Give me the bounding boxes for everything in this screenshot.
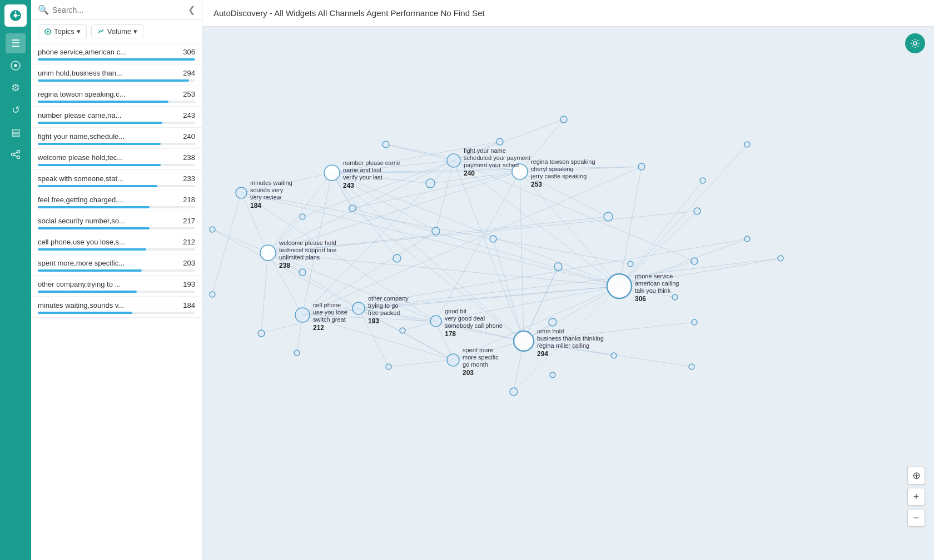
main-header: AutoDiscovery - All Widgets All Channels… [202,0,934,27]
topic-item[interactable]: welcome please hold,tec... 238 [31,149,202,170]
settings-nav-icon[interactable]: ⚙ [6,78,26,98]
graph-node[interactable] [672,294,678,300]
graph-node[interactable] [604,212,613,221]
topic-bar-bg [38,79,195,82]
graph-node[interactable] [432,227,440,235]
graph-node[interactable] [294,350,300,356]
graph-node[interactable] [554,263,562,271]
nav-bar: ☰ ⚙ ↺ ▤ [0,0,31,560]
topic-name: social security number,so... [38,217,125,225]
graph-node[interactable] [692,319,697,325]
topic-count: 294 [183,69,195,77]
locate-button[interactable]: ⊕ [907,467,925,484]
graph-node[interactable]: umm holdbusiness thanks thinkingregina m… [514,328,604,358]
topic-item[interactable]: social security number,so... 217 [31,212,202,233]
graph-node[interactable]: phone serviceamerican callingtalk you th… [607,273,679,303]
topic-bar-bg [38,269,195,272]
svg-text:253: 253 [531,181,542,188]
graph-node[interactable]: regina towson speakingcheryl speakingjer… [512,158,595,188]
topic-item[interactable]: spent more,more specific... 203 [31,254,202,276]
graph-node[interactable] [550,372,555,378]
document-icon[interactable]: ▤ [6,122,26,142]
svg-point-152 [550,372,555,378]
graph-node[interactable] [689,364,694,369]
topic-bar [38,143,161,145]
graph-node[interactable] [638,163,645,170]
graph-area[interactable]: phone serviceamerican callingtalk you th… [202,27,934,560]
graph-node[interactable] [299,269,306,276]
topic-item[interactable]: minutes waiting,sounds v... 184 [31,297,202,318]
svg-text:240: 240 [464,169,475,177]
topic-item[interactable]: number please came,na... 243 [31,107,202,128]
topics-filter-button[interactable]: Topics ▾ [38,24,87,38]
topic-bar [38,206,150,208]
nodes-icon[interactable] [6,144,26,164]
graph-node[interactable] [691,258,698,264]
graph-node[interactable] [694,208,700,214]
topic-count: 203 [183,259,195,267]
svg-point-144 [700,178,706,183]
topics-chevron-icon: ▾ [77,27,81,36]
topic-item[interactable]: feel free,getting charged,... 218 [31,191,202,212]
graph-node[interactable] [300,214,305,219]
graph-node[interactable] [210,227,215,232]
svg-text:243: 243 [343,182,354,189]
topic-name: welcome please hold,tec... [38,153,123,162]
topics-filter-label: Topics [54,27,74,36]
svg-line-19 [520,172,524,341]
topic-count: 212 [183,238,195,246]
graph-node[interactable] [744,142,750,147]
graph-node[interactable] [393,254,401,262]
graph-node[interactable] [490,236,496,242]
settings-button[interactable] [905,33,925,53]
graph-node[interactable] [628,261,633,267]
graph-node[interactable] [258,330,265,337]
graph-node[interactable] [744,236,750,242]
graph-node[interactable] [426,179,435,188]
graph-node[interactable] [549,318,557,326]
graph-node[interactable] [510,388,518,396]
graph-node[interactable] [400,328,405,333]
graph-node[interactable] [386,364,391,369]
insights-icon[interactable] [6,56,26,76]
graph-node[interactable]: cell phoneuse you loseswitch great212 [295,302,347,332]
menu-icon[interactable]: ☰ [6,33,26,53]
svg-line-10 [520,172,619,286]
topic-item[interactable]: other company,trying to ... 193 [31,276,202,297]
graph-node[interactable]: minutes waitingsounds veryvery review184 [236,179,292,209]
collapse-button[interactable]: ❮ [188,4,195,15]
topic-bar-bg [38,248,195,251]
topic-name: minutes waiting,sounds v... [38,301,124,309]
topic-bar [38,164,161,166]
volume-chevron-icon: ▾ [133,27,137,36]
svg-text:178: 178 [445,330,456,338]
volume-filter-button[interactable]: Volume ▾ [91,24,143,38]
graph-node[interactable] [349,205,356,212]
nav-logo[interactable] [4,4,27,27]
topic-item[interactable]: umm hold,business than... 294 [31,64,202,86]
graph-node[interactable] [496,138,503,145]
topic-item[interactable]: cell phone,use you lose,s... 212 [31,233,202,254]
svg-point-119 [295,308,310,322]
topic-item[interactable]: phone service,american c... 306 [31,43,202,64]
topic-bar-bg [38,312,195,314]
topic-item[interactable]: speak with someone,stat... 233 [31,170,202,191]
topic-item[interactable]: fight your name,schedule... 240 [31,128,202,149]
refresh-icon[interactable]: ↺ [6,100,26,120]
topic-bar [38,248,146,251]
topic-bar-bg [38,206,195,208]
graph-node[interactable] [210,292,215,297]
graph-node[interactable] [778,256,783,261]
zoom-in-button[interactable]: + [907,488,925,506]
search-input[interactable] [52,6,183,14]
graph-node[interactable] [382,141,389,148]
graph-node[interactable] [560,116,567,123]
topic-item[interactable]: regina towson speaking,c... 253 [31,86,202,107]
graph-node[interactable]: spent moremore specificgo month203 [447,347,499,377]
graph-node[interactable] [700,178,706,183]
graph-node[interactable] [611,353,617,358]
svg-line-42 [386,144,454,161]
zoom-out-button[interactable]: − [907,509,925,527]
svg-point-125 [430,316,441,327]
svg-text:203: 203 [463,369,474,377]
